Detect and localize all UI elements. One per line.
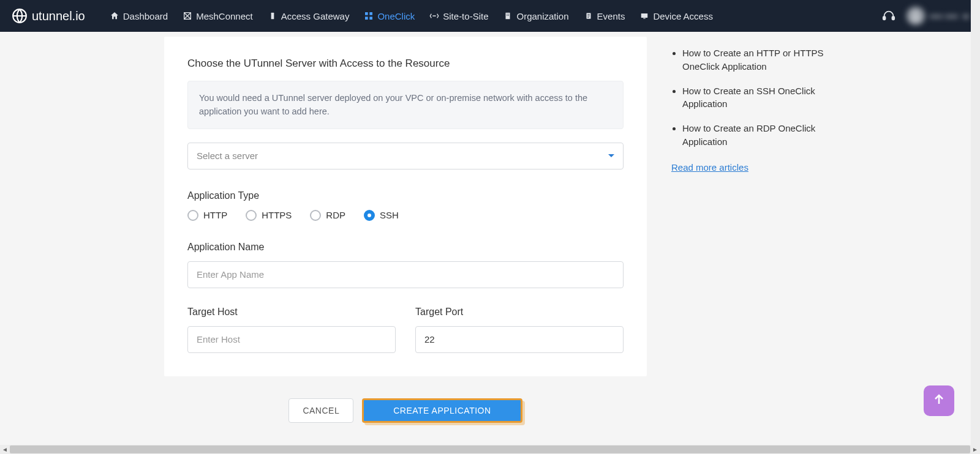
nav-oneclick[interactable]: OneClick [364,0,415,32]
scroll-thumb[interactable] [10,445,970,453]
svg-rect-14 [644,18,646,19]
host-port-row: Target Host Target Port [187,307,624,353]
app-type-radios: HTTP HTTPS RDP SSH [187,210,624,221]
svg-rect-8 [507,14,508,15]
nav-label: Events [597,11,625,21]
svg-rect-5 [365,17,368,20]
radio-circle [364,210,375,221]
gateway-icon [268,11,277,21]
vertical-scrollbar[interactable] [971,0,980,445]
target-host-input[interactable] [187,326,396,353]
device-icon [639,11,649,21]
action-row: CANCEL CREATE APPLICATION [164,398,647,444]
radio-label: SSH [380,210,399,220]
svg-rect-3 [365,12,368,15]
server-select-wrap: Select a server [187,143,624,169]
form-card: Choose the UTunnel Server with Access to… [164,37,647,376]
nav-label: MeshConnect [196,11,253,21]
user-name: •••• •••• [930,11,958,21]
help-list: How to Create an HTTP or HTTPS OneClick … [671,47,831,149]
nav-label: Access Gateway [281,11,350,21]
svg-rect-16 [892,17,894,20]
events-icon [584,11,594,21]
horizontal-scrollbar[interactable]: ◄ ► [0,445,980,454]
help-link[interactable]: How to Create an RDP OneClick Applicatio… [682,122,831,149]
org-icon [503,11,513,21]
target-port-input[interactable] [415,326,624,353]
target-port-col: Target Port [415,307,624,353]
radio-https[interactable]: HTTPS [246,210,292,221]
target-port-label: Target Port [415,307,624,318]
nav-items: Dashboard MeshConnect Access Gateway One… [110,0,882,32]
read-more-link[interactable]: Read more articles [671,162,748,173]
utunnel-logo-icon [11,7,28,24]
info-box: You would need a UTunnel server deployed… [187,81,624,129]
nav-right: •••• •••• [882,7,969,25]
nav-label: Dashboard [123,11,168,21]
link-icon [429,11,439,21]
server-select-placeholder: Select a server [197,151,258,161]
page-body: Choose the UTunnel Server with Access to… [0,32,980,444]
svg-rect-4 [370,12,373,15]
help-link[interactable]: How to Create an SSH OneClick Applicatio… [682,84,831,111]
scroll-left-icon[interactable]: ◄ [0,445,10,454]
radio-rdp[interactable]: RDP [310,210,345,221]
cancel-button[interactable]: CANCEL [288,398,353,423]
chevron-down-icon [608,154,614,157]
nav-label: OneClick [377,11,415,21]
home-icon [110,11,119,21]
svg-rect-15 [883,17,886,20]
brand-text: utunnel.io [32,9,85,23]
svg-rect-2 [271,13,274,20]
main-column: Choose the UTunnel Server with Access to… [164,32,647,444]
target-host-col: Target Host [187,307,396,353]
mesh-icon [183,11,192,21]
brand-logo[interactable]: utunnel.io [11,7,85,24]
top-nav: utunnel.io Dashboard MeshConnect Access … [0,0,980,32]
svg-point-17 [913,12,918,16]
section-title: Choose the UTunnel Server with Access to… [187,58,624,70]
svg-rect-7 [506,13,510,20]
target-host-label: Target Host [187,307,396,318]
svg-rect-11 [508,15,509,16]
help-link[interactable]: How to Create an HTTP or HTTPS OneClick … [682,47,831,73]
nav-events[interactable]: Events [584,0,625,32]
nav-label: Organization [516,11,568,21]
nav-label: Device Access [653,11,713,21]
app-name-label: Application Name [187,242,624,253]
svg-rect-6 [370,17,373,20]
radio-circle [310,210,321,221]
radio-http[interactable]: HTTP [187,210,227,221]
support-icon[interactable] [882,9,895,23]
svg-rect-13 [641,13,648,18]
nav-deviceaccess[interactable]: Device Access [639,0,713,32]
nav-sitetosite[interactable]: Site-to-Site [429,0,488,32]
nav-accessgateway[interactable]: Access Gateway [268,0,350,32]
app-type-label: Application Type [187,190,624,201]
avatar [907,7,925,25]
caret-down-icon [963,10,969,21]
cancel-label: CANCEL [303,406,339,415]
nav-meshconnect[interactable]: MeshConnect [183,0,253,32]
server-select[interactable]: Select a server [187,143,624,169]
scroll-right-icon[interactable]: ► [970,445,980,454]
create-label: CREATE APPLICATION [393,406,491,415]
svg-rect-10 [507,15,508,16]
nav-label: Site-to-Site [443,11,488,21]
radio-label: HTTP [203,210,227,220]
app-name-input[interactable] [187,261,624,288]
scroll-top-fab[interactable] [924,385,954,416]
grid-icon [364,11,374,21]
radio-label: HTTPS [262,210,292,220]
nav-organization[interactable]: Organization [503,0,568,32]
radio-label: RDP [326,210,345,220]
svg-rect-9 [508,14,509,15]
nav-dashboard[interactable]: Dashboard [110,0,168,32]
radio-circle [246,210,257,221]
radio-ssh[interactable]: SSH [364,210,399,221]
help-sidebar: How to Create an HTTP or HTTPS OneClick … [671,32,831,444]
arrow-up-icon [932,392,946,409]
create-application-button[interactable]: CREATE APPLICATION [362,398,522,423]
user-menu[interactable]: •••• •••• [907,7,969,25]
radio-circle [187,210,198,221]
